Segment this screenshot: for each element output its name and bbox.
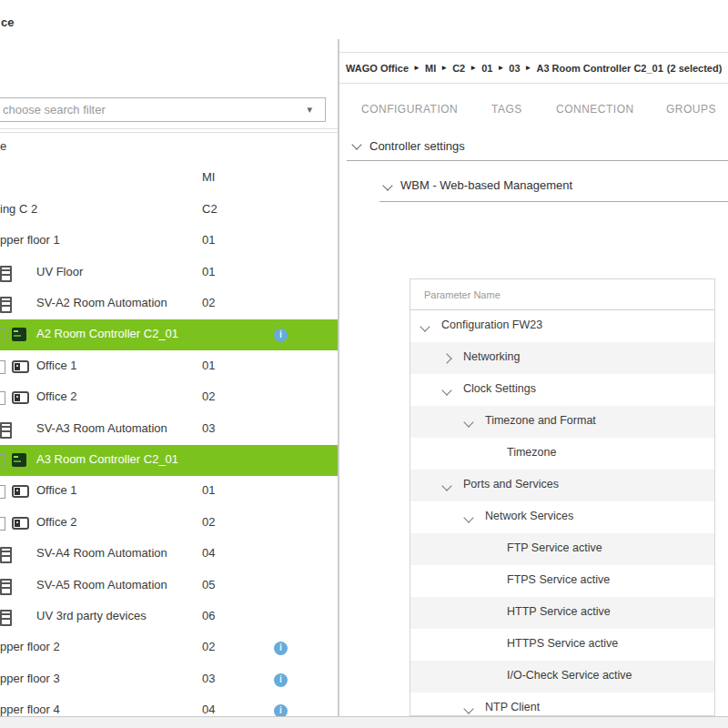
parameter-row[interactable]: Networking xyxy=(410,342,714,374)
chevron-right-icon[interactable] xyxy=(441,353,451,363)
info-icon[interactable] xyxy=(274,329,288,342)
info-icon[interactable] xyxy=(274,642,288,655)
tree-row-number: C2 xyxy=(202,202,217,216)
tree-row-label: pper floor 2 xyxy=(0,640,60,653)
tree-row[interactable]: Office 101 xyxy=(0,476,338,507)
parameter-label: FTP Service active xyxy=(507,541,602,554)
checkbox-partial[interactable] xyxy=(0,517,5,531)
module-icon xyxy=(0,547,12,563)
chevron-down-icon xyxy=(351,139,361,149)
module-icon xyxy=(0,266,12,282)
tree-row-label: SV-A5 Room Automation xyxy=(36,578,167,592)
checkbox-partial[interactable] xyxy=(0,454,5,468)
tree-row-label: Office 1 xyxy=(36,359,77,372)
breadcrumb-part[interactable]: WAGO Office xyxy=(346,63,409,74)
tree-row[interactable]: UV 3rd party devices06 xyxy=(0,602,338,632)
tree-row[interactable]: pper floor 101 xyxy=(0,226,338,257)
tree-row[interactable]: Office 202 xyxy=(0,508,338,539)
tree-row[interactable]: MI xyxy=(0,163,338,194)
section-rule xyxy=(347,160,728,161)
tree-row-label: UV 3rd party devices xyxy=(36,609,147,622)
chevron-down-icon[interactable] xyxy=(463,417,473,427)
section-wbm[interactable]: WBM - Web-based Management xyxy=(384,178,572,192)
tree-row[interactable]: SV-A2 Room Automation02 xyxy=(0,288,338,319)
tree-row[interactable]: SV-A4 Room Automation04 xyxy=(0,539,338,570)
chevron-down-icon[interactable] xyxy=(441,480,451,490)
device-tree: eMIing C 2C2pper floor 101UV Floor01SV-A… xyxy=(0,39,338,716)
section-controller-settings[interactable]: Controller settings xyxy=(353,139,465,153)
tree-row-label: Office 1 xyxy=(36,483,77,497)
tree-row[interactable]: pper floor 303 xyxy=(0,664,338,695)
parameter-label: HTTP Service active xyxy=(507,605,611,618)
info-icon[interactable] xyxy=(274,673,288,687)
office-icon xyxy=(12,391,29,404)
tree-row-number: 02 xyxy=(202,640,215,653)
tree-row[interactable]: ing C 2C2 xyxy=(0,195,338,226)
chevron-down-icon[interactable] xyxy=(463,703,473,713)
tab-groups[interactable]: GROUPS xyxy=(666,103,716,116)
parameter-label: Ports and Services xyxy=(463,478,559,490)
parameter-table: Parameter Name Configuration FW23Network… xyxy=(410,278,715,716)
tab-connection[interactable]: CONNECTION xyxy=(556,103,634,116)
controller-icon xyxy=(12,453,26,467)
breadcrumb-part[interactable]: 03 xyxy=(509,63,520,74)
parameter-label: Timezone and Format xyxy=(485,414,596,427)
parameter-label: HTTPS Service active xyxy=(507,637,618,650)
tree-row[interactable]: e xyxy=(0,132,338,163)
parameter-label: NTP Client xyxy=(485,701,540,713)
chevron-down-icon[interactable] xyxy=(463,512,473,522)
tree-row-label: Office 2 xyxy=(36,515,77,529)
tab-configuration[interactable]: CONFIGURATION xyxy=(361,103,458,116)
device-tree-pane: ↶↷ ▾ eMIing C 2C2pper floor 101UV Floor0… xyxy=(0,39,338,716)
chevron-down-icon xyxy=(382,180,392,190)
tree-row[interactable]: Office 202 xyxy=(0,382,338,413)
tree-row[interactable]: A3 Room Controller C2_01 xyxy=(0,445,338,476)
parameter-row[interactable]: Ports and Services xyxy=(410,470,714,501)
tree-row-number: 01 xyxy=(202,265,215,278)
module-icon xyxy=(0,422,12,439)
tree-row-number: 03 xyxy=(202,672,215,685)
parameter-row[interactable]: NTP Client xyxy=(410,693,714,716)
parameter-row[interactable]: FTP Service active xyxy=(410,533,714,565)
tree-row-number: 06 xyxy=(202,609,215,622)
parameter-row[interactable]: Clock Settings xyxy=(410,374,714,406)
checkbox-partial[interactable] xyxy=(0,360,5,374)
breadcrumb-separator-icon: ► xyxy=(470,64,477,72)
window-titlebar: ce xyxy=(0,0,728,40)
checkbox-partial[interactable] xyxy=(0,391,5,405)
breadcrumb-part[interactable]: A3 Room Controller C2_01 xyxy=(536,63,662,74)
breadcrumb-part[interactable]: 01 xyxy=(481,63,492,74)
parameter-row[interactable]: HTTPS Service active xyxy=(410,629,714,661)
parameter-row[interactable]: Network Services xyxy=(410,501,714,533)
tree-row[interactable]: SV-A5 Room Automation05 xyxy=(0,571,338,602)
tree-row-number: 05 xyxy=(202,578,215,592)
breadcrumb-part[interactable]: MI xyxy=(425,63,436,74)
tree-row-label: SV-A2 Room Automation xyxy=(36,296,167,309)
tree-row[interactable]: A2 Room Controller C2_01 xyxy=(0,319,338,350)
parameter-row[interactable]: Configuration FW23 xyxy=(410,310,714,342)
tree-row[interactable]: Office 101 xyxy=(0,351,338,382)
office-icon xyxy=(12,485,29,498)
chevron-down-icon[interactable] xyxy=(441,385,451,395)
parameter-label: Timezone xyxy=(507,446,556,459)
parameter-row[interactable]: Timezone and Format xyxy=(410,406,714,438)
parameter-row[interactable]: FTPS Service active xyxy=(410,565,714,597)
parameter-row[interactable]: Timezone xyxy=(410,438,714,470)
parameter-row[interactable]: I/O-Check Service active xyxy=(410,661,714,693)
tree-row-label: ing C 2 xyxy=(0,202,37,216)
tab-tags[interactable]: TAGS xyxy=(491,103,522,116)
chevron-down-icon[interactable] xyxy=(420,321,430,331)
breadcrumb-part[interactable]: C2 xyxy=(452,63,465,74)
checkbox-partial[interactable] xyxy=(0,485,5,499)
details-pane: WAGO Office►MI►C2►01►03►A3 Room Controll… xyxy=(339,39,728,716)
office-icon xyxy=(12,517,29,530)
window-title: ce xyxy=(1,15,14,29)
tree-row[interactable]: SV-A3 Room Automation03 xyxy=(0,414,338,445)
tree-row-number: MI xyxy=(202,170,215,184)
parameter-row[interactable]: HTTP Service active xyxy=(410,597,714,629)
tree-row[interactable]: UV Floor01 xyxy=(0,258,338,288)
tree-row[interactable]: pper floor 202 xyxy=(0,632,338,663)
breadcrumb-separator-icon: ► xyxy=(497,64,504,72)
checkbox-partial[interactable] xyxy=(0,329,5,342)
tree-row-number: 04 xyxy=(202,546,215,560)
